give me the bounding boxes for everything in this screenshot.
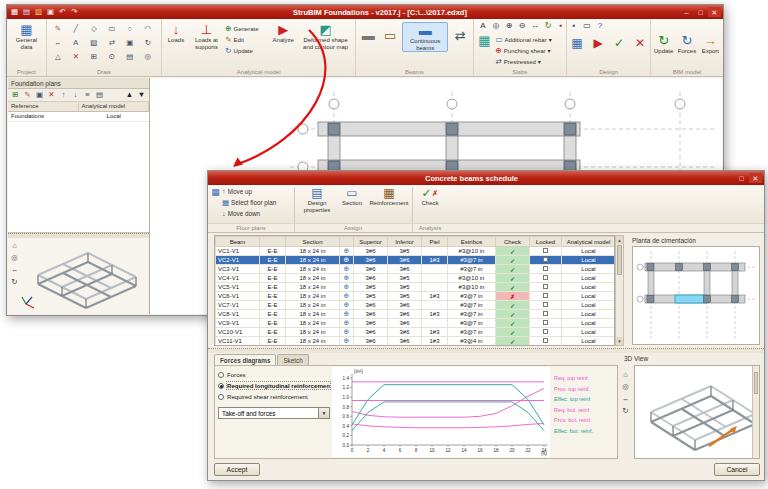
view3d-scrollbar[interactable] — [752, 366, 759, 458]
blue-pen-icon[interactable]: ▪ — [568, 21, 580, 32]
cancel-button[interactable]: Cancel — [714, 463, 760, 476]
beam-align-button[interactable]: ⇄ — [450, 22, 470, 43]
text-icon[interactable]: A — [70, 38, 81, 49]
pan-view-icon[interactable]: ↔ — [9, 264, 20, 275]
move-up-icon[interactable]: ↑ — [58, 90, 69, 101]
zoom-window-icon[interactable]: ◎ — [490, 21, 502, 32]
locked-checkbox[interactable] — [543, 284, 548, 289]
move-down-icon[interactable]: ↓ — [70, 90, 81, 101]
delete-plan-icon[interactable]: ✕ — [46, 90, 57, 101]
pan-view-icon[interactable]: ↔ — [620, 393, 631, 404]
section-detail-icon[interactable]: ⊕ — [340, 328, 354, 337]
bim-update-button[interactable]: ↻ Update — [653, 33, 674, 55]
copy-icon[interactable]: ▣ — [124, 38, 135, 49]
design-properties-button[interactable]: ▤ Design properties — [300, 187, 334, 213]
beams-col-header[interactable]: Inferior — [388, 237, 422, 247]
radio-forces[interactable]: Forces — [218, 369, 330, 380]
plan-viewport[interactable] — [632, 246, 760, 345]
section-detail-icon[interactable]: ⊕ — [340, 247, 354, 256]
bim-forces-button[interactable]: ↻ Forces — [676, 33, 697, 55]
locked-checkbox[interactable] — [543, 311, 548, 316]
beam-row[interactable]: VC5-V1E-E18 x 24 in⊕3#53#5#3@10 in✓Local — [216, 283, 616, 292]
home-view-icon[interactable]: ⌂ — [620, 369, 631, 380]
locked-checkbox[interactable] — [543, 329, 548, 334]
design-analyze-icon[interactable]: ▶ — [590, 35, 606, 51]
general-data-button[interactable]: ▦ General data — [9, 22, 43, 50]
accept-button[interactable]: Accept — [214, 463, 260, 476]
print-icon[interactable]: ▣ — [45, 7, 56, 18]
locked-checkbox[interactable] — [543, 338, 548, 343]
maximize-button[interactable]: □ — [694, 7, 707, 17]
locked-checkbox[interactable] — [543, 293, 548, 298]
main-titlebar[interactable]: ▦▤▥▣↶↷ StruBIM Foundations - v2017.j - [… — [7, 5, 723, 19]
table-scrollbar[interactable]: ▲ ▼ — [615, 235, 624, 346]
section-detail-icon[interactable]: ⊕ — [340, 274, 354, 283]
loads-at-supports-button[interactable]: ⊥ Loads at supports — [190, 22, 223, 50]
orbit-view-icon[interactable]: ↻ — [620, 405, 631, 416]
analyze-button[interactable]: ▶ Analyze — [271, 22, 297, 44]
radio-required-longitudinal-reinforcement[interactable]: Required longitudinal reinforcement — [218, 380, 330, 391]
beam-row[interactable]: VC1-V1E-E18 x 24 in⊕3#63#5#3@10 in✓Local — [216, 247, 616, 256]
save-icon[interactable]: ▤ — [21, 7, 32, 18]
beam-row[interactable]: VC3-V1E-E18 x 24 in⊕3#63#6#3@7 in✓Local — [216, 265, 616, 274]
move-up-button[interactable]: ↑ Move up — [222, 186, 276, 197]
snap-icon[interactable]: ⊙ — [106, 52, 117, 63]
design-errors-icon[interactable]: ✕ — [632, 35, 648, 51]
section-detail-icon[interactable]: ⊕ — [340, 265, 354, 274]
zoom-tool-icon[interactable]: ◎ — [142, 52, 153, 63]
dimension-icon[interactable]: ↔ — [52, 38, 63, 49]
beam-row[interactable]: VC9-V1E-E18 x 24 in⊕3#63#6#3@7 in✓Local — [216, 319, 616, 328]
rectangle-icon[interactable]: ▭ — [106, 24, 117, 35]
beams-col-header[interactable]: Check — [496, 237, 530, 247]
beams-col-header[interactable]: Beam — [216, 237, 260, 247]
zoom-view-icon[interactable]: ◎ — [9, 252, 20, 263]
diagram-type-dropdown[interactable]: Take-off and forces ▼ — [218, 407, 330, 419]
beams-col-header[interactable]: Locked — [530, 237, 562, 247]
beam-edit-button[interactable]: ▭ — [380, 22, 400, 43]
polyline-icon[interactable]: ◇ — [88, 24, 99, 35]
radio-required-shear-reinforcement[interactable]: Required shear reinforcement — [218, 391, 330, 402]
erase-icon[interactable]: ✕ — [70, 52, 81, 63]
edit-button[interactable]: ✎ Edit — [225, 35, 268, 44]
zoom-in-icon[interactable]: ⊕ — [503, 21, 515, 32]
list-icon[interactable]: ≡ — [82, 90, 93, 101]
locked-checkbox[interactable] — [543, 320, 548, 325]
redo-icon[interactable]: ↷ — [69, 7, 80, 18]
beams-col-header[interactable]: Section — [286, 237, 340, 247]
scroll-up-icon[interactable]: ▲ — [616, 236, 623, 244]
app-icon[interactable]: ▦ — [9, 7, 20, 18]
mini-3d-view[interactable]: ⌂◎↔↻ — [8, 238, 149, 314]
zoom-view-icon[interactable]: ◎ — [620, 381, 631, 392]
sort-up-icon[interactable]: ▲ — [124, 90, 135, 101]
view3d-viewport[interactable] — [634, 365, 760, 459]
scroll-down-icon[interactable]: ▼ — [616, 337, 623, 345]
section-detail-icon[interactable]: ⊕ — [340, 310, 354, 319]
grid-icon[interactable]: ⊞ — [88, 52, 99, 63]
locked-checkbox[interactable] — [543, 275, 548, 280]
dialog-splitter[interactable] — [208, 348, 764, 353]
reinforcement-button[interactable]: ▦ Reinforcement — [368, 187, 410, 207]
locked-checkbox[interactable] — [543, 257, 548, 262]
beam-row[interactable]: VC11-V1E-E18 x 24 in⊕3#63#61#3#3@4 in✓Lo… — [216, 337, 616, 346]
beams-col-header[interactable]: Analytical model — [562, 237, 616, 247]
pencil-icon[interactable]: ✎ — [52, 24, 63, 35]
views-icon[interactable]: ▤ — [94, 90, 105, 101]
edit-plan-icon[interactable]: ✎ — [22, 90, 33, 101]
beam-row[interactable]: VC6-V1E-E18 x 24 in⊕3#53#51#3#3@7 in✗Loc… — [216, 292, 616, 301]
line-icon[interactable]: ╱ — [70, 24, 81, 35]
rotate-icon[interactable]: ↻ — [142, 38, 153, 49]
section-detail-icon[interactable]: ⊕ — [340, 283, 354, 292]
deformed-shape-button[interactable]: ◩ Deformed shape and contour map — [298, 22, 353, 50]
sort-down-icon[interactable]: ▼ — [136, 90, 147, 101]
move-icon[interactable]: ⇄ — [106, 38, 117, 49]
beams-col-header[interactable] — [340, 237, 354, 247]
section-detail-icon[interactable]: ⊕ — [340, 301, 354, 310]
beams-col-header[interactable]: Estribos — [448, 237, 496, 247]
additional-rebar-button[interactable]: ▭ Additional rebar ▾ — [496, 35, 562, 44]
update-button[interactable]: ↻ Update — [225, 46, 268, 55]
pan-icon[interactable]: ↔ — [529, 21, 541, 32]
add-plan-icon[interactable]: ⊞ — [10, 90, 21, 101]
section-detail-icon[interactable]: ⊕ — [340, 256, 354, 265]
section-detail-icon[interactable]: ⊕ — [340, 337, 354, 346]
schedule-icon[interactable]: ▦ — [210, 187, 221, 198]
